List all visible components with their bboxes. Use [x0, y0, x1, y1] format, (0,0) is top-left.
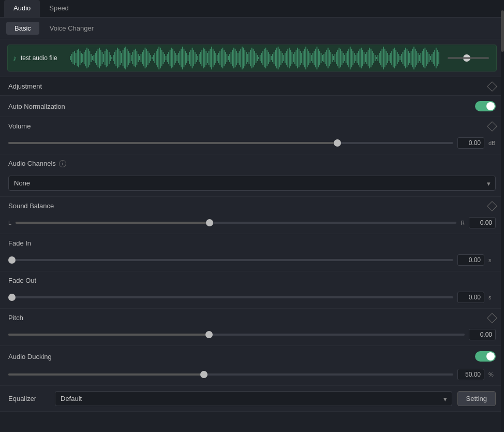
svg-rect-57	[149, 53, 150, 63]
svg-rect-79	[180, 51, 181, 65]
pitch-slider-thumb[interactable]	[205, 331, 213, 338]
svg-rect-153	[282, 53, 283, 63]
svg-rect-25	[105, 51, 106, 65]
adjustment-section-header: Adjustment	[0, 77, 504, 96]
pitch-slider-track[interactable]	[8, 334, 465, 336]
svg-rect-196	[342, 51, 343, 65]
svg-rect-150	[278, 47, 279, 69]
svg-rect-219	[373, 53, 374, 63]
equalizer-dropdown-wrapper: Default Classical Dance Full Bass Full T…	[55, 391, 452, 406]
svg-rect-70	[167, 54, 168, 62]
svg-rect-228	[386, 51, 387, 65]
fade-in-slider-track[interactable]	[8, 259, 453, 261]
svg-rect-32	[114, 52, 115, 64]
auto-normalization-row: Auto Normalization	[0, 96, 504, 117]
svg-rect-102	[211, 47, 212, 69]
svg-rect-247	[412, 49, 413, 67]
svg-rect-121	[238, 53, 239, 63]
svg-rect-158	[289, 48, 290, 68]
svg-rect-117	[232, 50, 233, 66]
audio-ducking-slider-thumb[interactable]	[200, 371, 207, 378]
svg-rect-240	[403, 52, 404, 64]
volume-unit: dB	[488, 140, 496, 146]
equalizer-select[interactable]: Default Classical Dance Full Bass Full T…	[55, 391, 452, 406]
equalizer-setting-button[interactable]: Setting	[457, 391, 496, 406]
svg-rect-146	[272, 54, 273, 62]
svg-rect-82	[184, 49, 185, 67]
volume-reset-icon[interactable]	[487, 121, 497, 132]
svg-rect-71	[168, 52, 169, 64]
waveform-bar[interactable]: ♪ test audio file	[7, 45, 497, 71]
equalizer-row: Equalizer Default Classical Dance Full B…	[0, 386, 504, 412]
svg-rect-245	[409, 53, 410, 63]
adjustment-reset-icon[interactable]	[487, 81, 497, 92]
svg-rect-190	[333, 56, 334, 60]
fade-out-slider-track[interactable]	[8, 296, 453, 298]
svg-rect-186	[328, 48, 329, 68]
audio-ducking-slider-track[interactable]	[8, 373, 453, 376]
audio-channels-info-icon[interactable]: i	[59, 160, 66, 167]
svg-rect-86	[189, 52, 190, 64]
tab-voice-changer[interactable]: Voice Changer	[41, 22, 102, 35]
tab-speed[interactable]: Speed	[40, 0, 78, 17]
auto-normalization-toggle[interactable]	[475, 101, 496, 111]
svg-rect-183	[323, 54, 324, 62]
volume-value[interactable]: 0.00	[457, 137, 484, 149]
svg-rect-157	[287, 49, 288, 67]
svg-rect-191	[334, 54, 335, 62]
svg-rect-155	[285, 53, 286, 63]
svg-rect-64	[158, 47, 159, 69]
svg-rect-40	[125, 47, 126, 69]
svg-rect-132	[253, 49, 254, 67]
pitch-value[interactable]: 0.00	[469, 329, 496, 340]
svg-rect-170	[305, 47, 306, 69]
audio-ducking-row: Audio Ducking 50.00 %	[0, 346, 504, 386]
svg-rect-103	[213, 49, 214, 67]
fade-in-slider-thumb[interactable]	[8, 256, 16, 264]
volume-slider-track[interactable]	[8, 142, 453, 144]
svg-rect-85	[188, 55, 189, 61]
svg-rect-99	[207, 53, 208, 63]
svg-rect-109	[221, 49, 222, 67]
scrollbar-track	[501, 0, 504, 432]
svg-rect-156	[286, 51, 287, 65]
svg-rect-6	[78, 49, 79, 67]
sound-balance-slider-thumb[interactable]	[206, 219, 213, 226]
fade-out-value[interactable]: 0.00	[457, 292, 484, 303]
sound-balance-reset-icon[interactable]	[487, 201, 497, 211]
audio-channels-select[interactable]: None Stereo Mono Left Right	[8, 176, 496, 191]
tab-audio[interactable]: Audio	[4, 0, 40, 17]
svg-rect-266	[438, 52, 439, 64]
audio-ducking-toggle[interactable]	[475, 351, 496, 362]
sub-tabs: Basic Voice Changer	[0, 18, 504, 39]
svg-rect-230	[389, 55, 390, 61]
svg-rect-160	[291, 52, 292, 64]
svg-rect-125	[243, 48, 244, 68]
svg-rect-68	[164, 54, 165, 62]
scrollbar-thumb[interactable]	[501, 10, 504, 52]
svg-rect-178	[317, 47, 318, 69]
sound-balance-value[interactable]: 0.00	[469, 217, 496, 228]
svg-rect-229	[387, 53, 388, 63]
sound-balance-slider-track[interactable]	[16, 222, 456, 224]
fade-out-slider-thumb[interactable]	[8, 294, 16, 301]
audio-ducking-value[interactable]: 50.00	[457, 369, 484, 380]
sound-balance-row: Sound Balance L R 0.00	[0, 197, 504, 234]
audio-channels-dropdown-wrapper: None Stereo Mono Left Right ▾	[8, 176, 496, 191]
svg-rect-104	[214, 51, 215, 65]
volume-slider-thumb[interactable]	[334, 139, 341, 147]
tab-basic[interactable]: Basic	[6, 22, 39, 35]
svg-rect-193	[337, 50, 338, 66]
fade-in-value[interactable]: 0.00	[457, 254, 484, 266]
svg-rect-41	[127, 49, 128, 67]
svg-rect-105	[215, 53, 216, 63]
svg-rect-100	[209, 51, 210, 65]
svg-rect-87	[190, 50, 191, 66]
svg-rect-124	[242, 47, 243, 69]
svg-rect-111	[224, 50, 225, 66]
svg-rect-9	[82, 54, 83, 62]
svg-rect-46	[134, 50, 135, 66]
svg-rect-48	[137, 51, 138, 65]
svg-rect-138	[261, 53, 262, 63]
pitch-reset-icon[interactable]	[487, 313, 497, 323]
